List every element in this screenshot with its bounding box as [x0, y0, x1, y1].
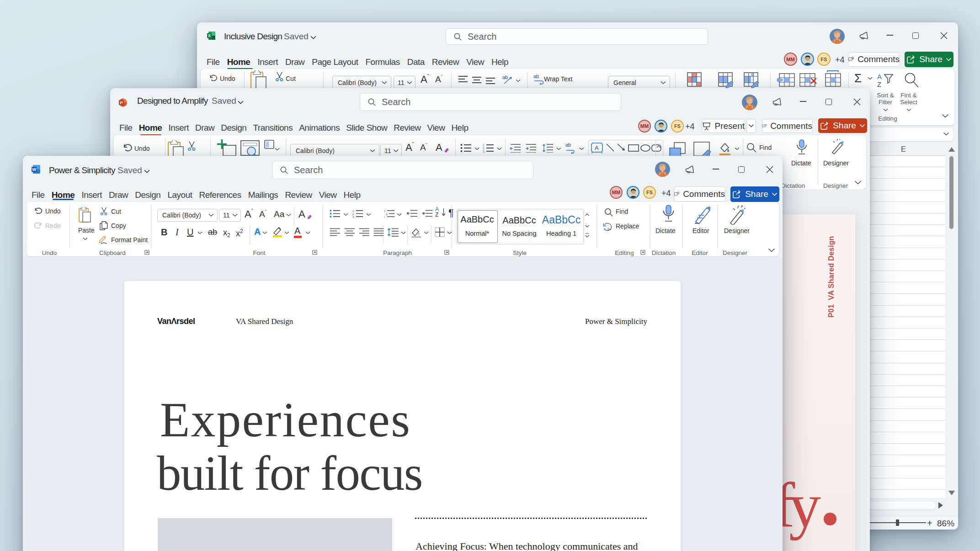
svg-text:W: W: [32, 167, 36, 172]
svg-text:A: A: [595, 144, 599, 151]
svg-text:1: 1: [384, 209, 386, 212]
svg-text:2: 2: [352, 213, 354, 216]
svg-text:ab: ab: [502, 74, 508, 80]
svg-text:X: X: [208, 33, 211, 38]
svg-text:3: 3: [352, 216, 354, 218]
svg-text:@: @: [852, 57, 854, 59]
svg-text:P: P: [120, 100, 123, 105]
svg-text:ab: ab: [565, 142, 571, 148]
svg-text:i: i: [384, 216, 384, 218]
svg-text:a: a: [386, 212, 388, 216]
svg-text:1: 1: [352, 210, 354, 212]
svg-text:2: 2: [483, 147, 485, 150]
svg-text:b: b: [603, 222, 606, 228]
svg-text:ab: ab: [533, 74, 539, 79]
svg-text:1: 1: [483, 143, 485, 147]
svg-text:@: @: [765, 124, 767, 126]
svg-text:3: 3: [483, 150, 485, 153]
svg-text:@: @: [677, 191, 679, 194]
